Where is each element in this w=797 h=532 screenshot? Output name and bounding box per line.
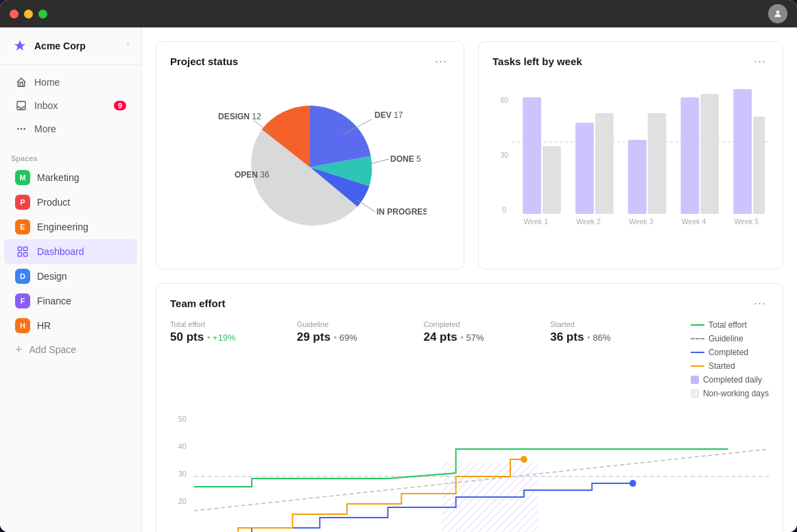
legend-non-working: Non-working days	[691, 389, 769, 398]
bar-w5-purple	[733, 89, 752, 214]
bar-w1-purple	[523, 97, 541, 214]
team-effort-stats: Total effort 50 pts • +19% Guideline 29 …	[170, 320, 769, 398]
bar-chart: 60 30 0	[492, 78, 769, 256]
legend-guideline-line	[691, 338, 704, 339]
add-space-label: Add Space	[29, 344, 77, 355]
team-line-chart-svg: 50 40 30 20	[170, 408, 769, 532]
legend-completed: Completed	[691, 348, 769, 357]
design-icon: D	[15, 269, 30, 284]
completed-line	[194, 483, 633, 532]
svg-text:60: 60	[500, 96, 508, 104]
svg-point-4	[24, 128, 25, 129]
sidebar-item-inbox[interactable]: Inbox 9	[4, 94, 137, 117]
home-label: Home	[34, 77, 126, 88]
tasks-by-week-card: Tasks left by week ··· 60 30 0	[478, 41, 783, 269]
product-icon: P	[15, 195, 30, 210]
inbox-label: Inbox	[34, 100, 107, 111]
stat-completed: Completed 24 pts • 57%	[423, 320, 550, 398]
team-effort-card: Team effort ··· Total effort 50 pts • +1…	[156, 283, 783, 532]
sidebar-item-engineering[interactable]: E Engineering	[4, 215, 137, 239]
bar-w4-gray	[700, 94, 719, 214]
tasks-by-week-more-button[interactable]: ···	[751, 54, 769, 69]
more-label: More	[34, 123, 126, 134]
inprogress-label: IN PROGRESS 5	[377, 207, 427, 217]
sidebar-item-hr[interactable]: H HR	[4, 313, 137, 338]
bar-w1-gray	[543, 146, 561, 214]
workspace-header[interactable]: Acme Corp ˅	[0, 27, 141, 65]
plus-icon: +	[15, 343, 23, 356]
svg-text:Week 5: Week 5	[735, 217, 759, 226]
done-line	[370, 159, 389, 164]
stat-completed-label: Completed	[423, 320, 550, 328]
svg-text:Week 1: Week 1	[524, 217, 549, 226]
stat-started: Started 36 pts • 86%	[550, 320, 677, 398]
home-icon	[15, 76, 27, 88]
bar-w2-gray	[595, 113, 614, 214]
app-body: Acme Corp ˅ Home Inbox 9	[0, 27, 797, 532]
legend-guideline: Guideline	[691, 334, 769, 343]
sidebar-item-dashboard[interactable]: Dashboard	[4, 239, 137, 264]
project-status-title: Project status	[170, 56, 238, 67]
workspace-icon	[11, 37, 29, 55]
spaces-section-label: Spaces	[0, 146, 141, 165]
sidebar-item-finance[interactable]: F Finance	[4, 289, 137, 313]
sidebar-item-product[interactable]: P Product	[4, 190, 137, 215]
done-label: DONE 5	[390, 154, 421, 164]
project-status-header: Project status ···	[170, 54, 450, 69]
team-chart-area: 50 40 30 20	[170, 408, 769, 532]
svg-rect-6	[24, 247, 27, 250]
engineering-icon: E	[15, 219, 30, 234]
more-icon	[15, 123, 27, 135]
inbox-icon	[15, 99, 27, 112]
open-label: OPEN 36	[235, 170, 270, 180]
sidebar-item-design[interactable]: D Design	[4, 264, 137, 289]
svg-text:40: 40	[178, 442, 187, 450]
minimize-dot[interactable]	[24, 10, 33, 19]
titlebar	[0, 0, 797, 27]
stat-guideline: Guideline 29 pts • 69%	[297, 320, 424, 398]
add-space-button[interactable]: + Add Space	[4, 338, 137, 361]
tasks-by-week-title: Tasks left by week	[492, 56, 582, 67]
sidebar-item-more[interactable]: More	[4, 117, 137, 141]
team-effort-more-button[interactable]: ···	[751, 296, 769, 311]
stat-total-effort-value: 50 pts • +19%	[170, 330, 297, 344]
bar-w2-purple	[575, 123, 594, 214]
svg-rect-7	[18, 253, 21, 256]
svg-point-0	[776, 10, 780, 14]
svg-text:Week 4: Week 4	[682, 217, 706, 226]
svg-rect-5	[18, 247, 21, 250]
marketing-icon: M	[15, 170, 30, 185]
inprogress-line	[357, 200, 375, 212]
close-dot[interactable]	[10, 10, 19, 19]
legend-total-effort-line	[691, 324, 704, 326]
dashboard-icon	[15, 244, 30, 259]
team-effort-header: Team effort ···	[170, 296, 769, 311]
maximize-dot[interactable]	[38, 10, 47, 19]
svg-point-2	[21, 128, 21, 129]
sidebar-item-marketing[interactable]: M Marketing	[4, 165, 137, 190]
legend-started: Started	[691, 361, 769, 371]
stat-guideline-label: Guideline	[297, 320, 424, 328]
project-status-card: Project status ···	[156, 41, 464, 269]
avatar[interactable]	[768, 4, 787, 23]
stat-total-effort-label: Total effort	[170, 320, 297, 328]
chevron-down-icon: ˅	[126, 42, 130, 51]
legend-total-effort: Total effort	[691, 320, 769, 330]
svg-text:20: 20	[178, 497, 187, 505]
stat-guideline-value: 29 pts • 69%	[297, 330, 424, 344]
legend-completed-daily-box	[691, 376, 699, 384]
pie-chart-container: DEV 17 DONE 5 IN PROGRESS 5 OPEN 36	[170, 78, 450, 256]
svg-text:Week 3: Week 3	[629, 217, 654, 226]
project-status-more-button[interactable]: ···	[432, 54, 450, 69]
svg-text:50: 50	[178, 415, 187, 423]
top-cards-row: Project status ···	[156, 41, 783, 269]
sidebar-item-home[interactable]: Home	[4, 71, 137, 94]
pie-chart: DEV 17 DONE 5 IN PROGRESS 5 OPEN 36	[193, 85, 427, 250]
inbox-badge: 9	[114, 101, 126, 110]
main-content: Project status ···	[142, 27, 797, 532]
legend: Total effort Guideline Completed St	[677, 320, 769, 398]
product-label: Product	[37, 197, 70, 208]
sidebar: Acme Corp ˅ Home Inbox 9	[0, 27, 142, 532]
stat-completed-value: 24 pts • 57%	[423, 330, 550, 344]
legend-completed-daily: Completed daily	[691, 375, 769, 385]
